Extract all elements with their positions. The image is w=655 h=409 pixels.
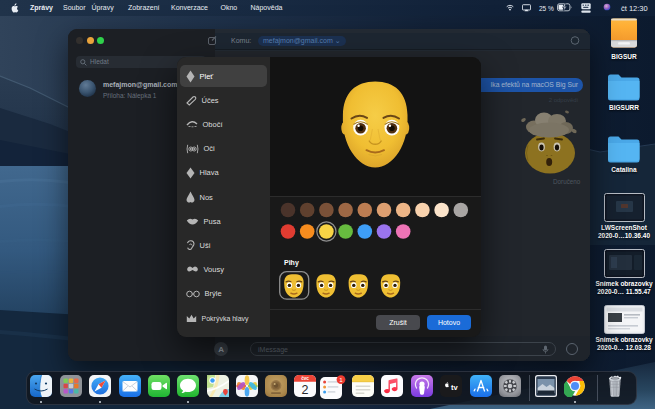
svg-text:čvc: čvc <box>301 376 309 381</box>
svg-text:1: 1 <box>339 376 343 383</box>
svg-text:tv: tv <box>451 383 458 392</box>
svg-text:2: 2 <box>302 383 309 397</box>
